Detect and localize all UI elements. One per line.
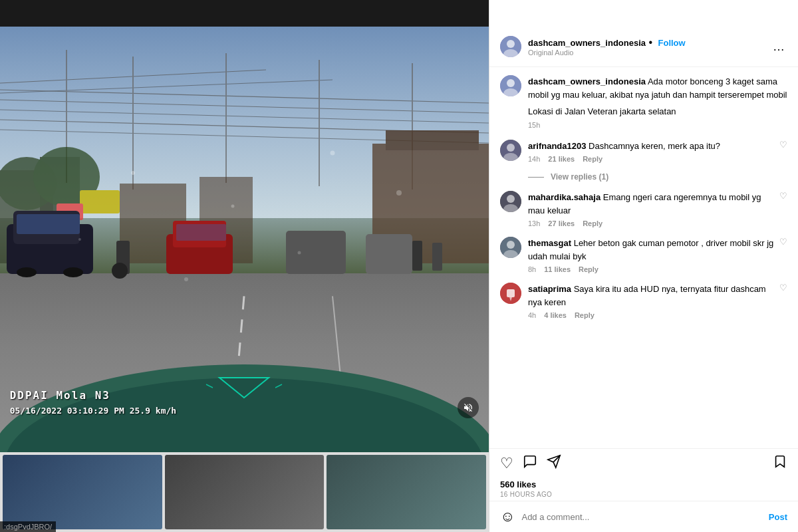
car-hood [0, 303, 489, 452]
comment-avatar-2 [500, 191, 521, 212]
comment-likes-4: 4 likes [544, 311, 567, 319]
comment-likes-2: 27 likes [548, 219, 575, 227]
comment-reply-btn-2[interactable]: Reply [583, 219, 602, 227]
comment-reply-btn-4[interactable]: Reply [575, 311, 595, 319]
thumbnail-3[interactable] [327, 455, 486, 529]
comment-meta-2: 13h 27 likes Reply [528, 219, 779, 227]
commenter-1-text: Dashcamnya keren, merk apa itu? [589, 141, 720, 151]
comment-text-2: mahardika.sahaja Emang ngeri cara ngerem… [528, 191, 779, 217]
caption-content: dashcam_owners_indonesia Ada motor bonce… [528, 75, 787, 129]
likes-count: 560 likes [500, 479, 787, 489]
caption-time: 15h [528, 121, 540, 129]
dot-separator: • [648, 37, 655, 48]
comment-heart-1[interactable]: ♡ [779, 140, 787, 150]
comment-meta-4: 4h 4 likes Reply [528, 311, 779, 319]
comment-meta-3: 8h 11 likes Reply [528, 265, 779, 273]
video-panel: DDPAI Mola N3 Mola N3 05/16/2022 03:10:2… [0, 0, 489, 532]
comment-text-3: themasgat Leher beton gak cuman pemotor … [528, 237, 779, 263]
svg-rect-31 [176, 224, 226, 241]
action-bar: ♡ [489, 448, 798, 478]
replies-line [528, 177, 544, 178]
video-area[interactable]: DDPAI Mola N3 Mola N3 05/16/2022 03:10:2… [0, 27, 489, 452]
comment-text-4: satiaprima Saya kira itu ada HUD nya, te… [528, 283, 779, 309]
follow-button[interactable]: Follow [658, 38, 686, 48]
bookmark-button[interactable] [773, 454, 787, 473]
post-comment-button[interactable]: Post [769, 512, 787, 522]
comment-time-2: 13h [528, 219, 540, 227]
instagram-panel: 🏠 🔍 🎬 ♡ 👤 dashcam_owners_indonesia • [489, 0, 798, 532]
svg-point-57 [507, 144, 515, 152]
post-time-ago: 16 HOURS AGO [500, 491, 787, 498]
comment-content-2: mahardika.sahaja Emang ngeri cara ngerem… [528, 191, 779, 227]
commenter-4-username[interactable]: satiaprima [528, 284, 571, 294]
share-button[interactable] [547, 454, 561, 473]
svg-rect-66 [507, 289, 515, 297]
svg-rect-35 [366, 234, 412, 274]
comment-likes-3: 11 likes [544, 265, 571, 273]
svg-line-1 [0, 100, 489, 113]
video-datetime: 05/16/2022 03:10:29 PM 25.9 km/h [10, 404, 176, 418]
video-osd: DDPAI Mola N3 Mola N3 05/16/2022 03:10:2… [10, 387, 176, 418]
like-button[interactable]: ♡ [500, 455, 513, 472]
comment-content-3: themasgat Leher beton gak cuman pemotor … [528, 237, 779, 273]
comment-meta-1: 14h 21 likes Reply [528, 155, 779, 163]
comment-avatar-4 [500, 283, 521, 304]
post-author-info: dashcam_owners_indonesia • Follow Origin… [528, 37, 770, 57]
view-replies-1[interactable]: View replies (1) [528, 172, 787, 182]
caption-text: dashcam_owners_indonesia Ada motor bonce… [528, 75, 787, 101]
svg-rect-37 [432, 243, 442, 271]
comment-heart-4[interactable]: ♡ [779, 283, 787, 293]
more-options-button[interactable]: … [770, 40, 787, 54]
caption-username[interactable]: dashcam_owners_indonesia [528, 76, 646, 86]
author-username[interactable]: dashcam_owners_indonesia [528, 38, 646, 48]
thumbnail-strip [0, 452, 489, 532]
caption-meta: 15h [528, 121, 787, 129]
svg-rect-26 [17, 214, 80, 234]
audio-subtitle: Original Audio [528, 49, 770, 57]
mute-button[interactable] [458, 397, 479, 418]
svg-rect-13 [386, 130, 479, 150]
comment-input[interactable] [521, 512, 761, 522]
post-caption: dashcam_owners_indonesia Ada motor bonce… [500, 75, 787, 129]
comment-heart-2[interactable]: ♡ [779, 191, 787, 201]
emoji-button[interactable]: ☺ [500, 508, 515, 525]
url-bar: :dsgPvdJBRO/ [0, 521, 56, 532]
comment-reply-btn-1[interactable]: Reply [583, 155, 602, 163]
comment-reply-btn-3[interactable]: Reply [579, 265, 598, 273]
caption-avatar [500, 75, 521, 96]
svg-point-63 [507, 241, 515, 249]
svg-point-33 [112, 263, 128, 279]
comment-time-1: 14h [528, 155, 540, 163]
comment-avatar-1 [500, 140, 521, 161]
comment-item: arifnanda1203 Dashcamnya keren, merk apa… [500, 140, 787, 164]
svg-line-0 [0, 90, 489, 103]
comments-area[interactable]: dashcam_owners_indonesia Ada motor bonce… [489, 67, 798, 448]
svg-rect-28 [63, 267, 83, 277]
comment-text-1: arifnanda1203 Dashcamnya keren, merk apa… [528, 140, 779, 153]
commenter-1-username[interactable]: arifnanda1203 [528, 141, 586, 151]
svg-point-51 [507, 40, 515, 48]
comment-item-4: satiaprima Saya kira itu ada HUD nya, te… [500, 283, 787, 319]
caption-location: Lokasi di Jalan Veteran jakarta selatan [528, 105, 787, 118]
post-author-avatar [500, 36, 521, 57]
svg-point-60 [507, 195, 515, 203]
comment-content-4: satiaprima Saya kira itu ada HUD nya, te… [528, 283, 779, 319]
comment-likes-1: 21 likes [548, 155, 575, 163]
comment-content-1: arifnanda1203 Dashcamnya keren, merk apa… [528, 140, 779, 164]
commenter-2-username[interactable]: mahardika.sahaja [528, 192, 600, 202]
svg-rect-34 [286, 231, 346, 274]
comment-input-area: ☺ Post [489, 501, 798, 532]
view-replies-text-1[interactable]: View replies (1) [551, 172, 608, 182]
commenter-3-username[interactable]: themasgat [528, 238, 571, 248]
comment-time-3: 8h [528, 265, 536, 273]
thumbnail-2[interactable] [165, 455, 325, 529]
vehicles [0, 184, 489, 291]
video-scene: DDPAI Mola N3 Mola N3 05/16/2022 03:10:2… [0, 27, 489, 452]
likes-section: 560 likes 16 HOURS AGO [489, 478, 798, 501]
comment-heart-3[interactable]: ♡ [779, 237, 787, 247]
thumbnail-1[interactable] [3, 455, 162, 529]
svg-rect-36 [412, 241, 422, 271]
svg-point-54 [507, 79, 515, 87]
video-top-bar [0, 0, 489, 27]
comment-button[interactable] [523, 454, 537, 473]
